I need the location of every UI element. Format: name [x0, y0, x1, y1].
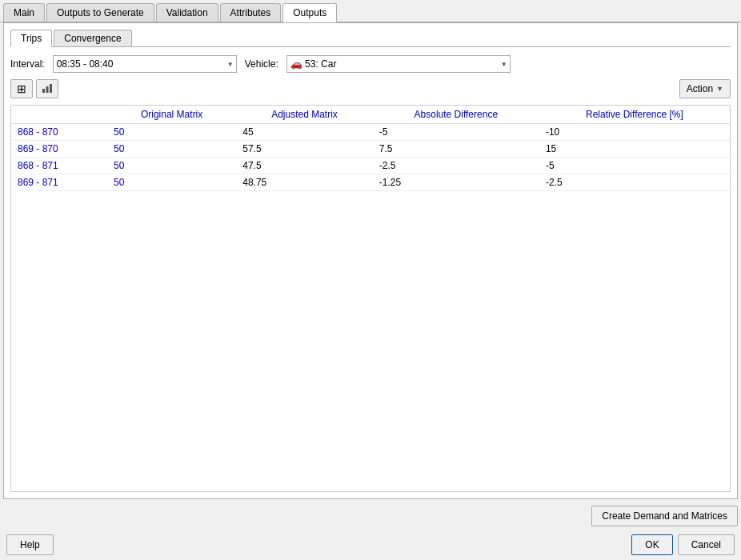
- chart-view-button[interactable]: [36, 79, 58, 98]
- action-label: Action: [687, 83, 713, 94]
- col-header-relative-difference: Relative Difference [%]: [539, 106, 730, 124]
- cancel-button[interactable]: Cancel: [678, 534, 735, 555]
- inner-tab-bar: Trips Convergence: [10, 30, 731, 47]
- create-demand-button[interactable]: Create Demand and Matrices: [591, 506, 738, 526]
- table-row: 869 - 871 50 48.75 -1.25 -2.5: [11, 174, 730, 191]
- ok-button[interactable]: OK: [631, 534, 672, 555]
- col-header-original-matrix: Original Matrix: [107, 106, 236, 124]
- tab-outputs[interactable]: Outputs: [282, 3, 337, 22]
- col-header-zone: [11, 106, 107, 124]
- vehicle-select[interactable]: 🚗 53: Car: [286, 55, 511, 73]
- table-body: 868 - 870 50 45 -5 -10 869 - 870 50 57.5…: [11, 124, 730, 191]
- table-row: 868 - 870 50 45 -5 -10: [11, 124, 730, 141]
- vehicle-label: Vehicle:: [245, 58, 278, 70]
- main-window: Main Outputs to Generate Validation Attr…: [0, 0, 741, 560]
- cell-adjusted-matrix: 48.75: [236, 174, 372, 191]
- action-dropdown-arrow: ▼: [716, 85, 723, 93]
- table-row: 868 - 871 50 47.5 -2.5 -5: [11, 158, 730, 174]
- grid-icon: ⊞: [17, 82, 26, 95]
- table-container: Original Matrix Adjusted Matrix Absolute…: [10, 105, 731, 492]
- cell-absolute-difference: -5: [373, 124, 539, 141]
- controls-row: Interval: 08:35 - 08:40 Vehicle: 🚗 53: C…: [10, 55, 731, 73]
- interval-select[interactable]: 08:35 - 08:40: [53, 55, 237, 73]
- interval-label: Interval:: [10, 58, 45, 70]
- cell-original-matrix: 50: [107, 158, 236, 174]
- action-button[interactable]: Action ▼: [679, 79, 731, 98]
- cell-relative-difference: 15: [539, 141, 730, 158]
- table-header-row: Original Matrix Adjusted Matrix Absolute…: [11, 106, 730, 124]
- data-table: Original Matrix Adjusted Matrix Absolute…: [11, 106, 730, 191]
- bottom-row: Create Demand and Matrices: [0, 499, 741, 530]
- svg-rect-2: [50, 84, 52, 93]
- toolbar: ⊞ Action ▼: [10, 79, 731, 98]
- cell-relative-difference: -10: [539, 124, 730, 141]
- chart-icon: [42, 82, 53, 96]
- col-header-adjusted-matrix: Adjusted Matrix: [236, 106, 372, 124]
- footer-left: Help: [6, 534, 54, 555]
- tab-validation[interactable]: Validation: [156, 3, 218, 22]
- svg-rect-1: [46, 86, 49, 93]
- help-button[interactable]: Help: [6, 534, 54, 555]
- cell-zone: 869 - 871: [11, 174, 107, 191]
- table-row: 869 - 870 50 57.5 7.5 15: [11, 141, 730, 158]
- cell-zone: 868 - 871: [11, 158, 107, 174]
- interval-select-wrapper: 08:35 - 08:40: [53, 55, 237, 73]
- cell-adjusted-matrix: 45: [236, 124, 372, 141]
- tab-trips[interactable]: Trips: [10, 30, 52, 47]
- footer-right: OK Cancel: [631, 534, 735, 555]
- top-tab-bar: Main Outputs to Generate Validation Attr…: [0, 0, 741, 22]
- cell-adjusted-matrix: 57.5: [236, 141, 372, 158]
- cell-original-matrix: 50: [107, 124, 236, 141]
- cell-absolute-difference: 7.5: [373, 141, 539, 158]
- cell-absolute-difference: -2.5: [373, 158, 539, 174]
- cell-relative-difference: -5: [539, 158, 730, 174]
- tab-convergence[interactable]: Convergence: [54, 30, 131, 46]
- tab-outputs-to-generate[interactable]: Outputs to Generate: [46, 3, 154, 22]
- cell-relative-difference: -2.5: [539, 174, 730, 191]
- cell-original-matrix: 50: [107, 174, 236, 191]
- footer: Help OK Cancel: [0, 530, 741, 560]
- content-area: Trips Convergence Interval: 08:35 - 08:4…: [3, 22, 738, 499]
- col-header-absolute-difference: Absolute Difference: [373, 106, 539, 124]
- cell-absolute-difference: -1.25: [373, 174, 539, 191]
- cell-adjusted-matrix: 47.5: [236, 158, 372, 174]
- cell-original-matrix: 50: [107, 141, 236, 158]
- grid-view-button[interactable]: ⊞: [10, 79, 33, 98]
- cell-zone: 868 - 870: [11, 124, 107, 141]
- svg-rect-0: [42, 89, 45, 93]
- tab-main[interactable]: Main: [3, 3, 45, 22]
- tab-attributes[interactable]: Attributes: [220, 3, 282, 22]
- cell-zone: 869 - 870: [11, 141, 107, 158]
- vehicle-select-wrapper: 🚗 53: Car: [286, 55, 511, 73]
